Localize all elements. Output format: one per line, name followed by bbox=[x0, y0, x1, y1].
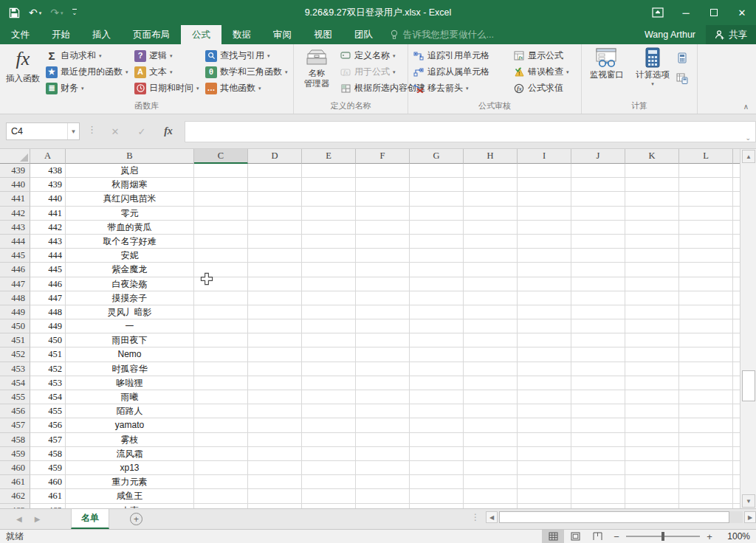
cell-column-b[interactable]: xp13 bbox=[66, 461, 194, 475]
ribbon-display-options-icon[interactable] bbox=[644, 0, 672, 25]
evaluate-formula-button[interactable]: fx 公式求值 bbox=[513, 80, 563, 96]
save-icon[interactable] bbox=[9, 7, 20, 18]
column-header-H[interactable]: H bbox=[464, 149, 518, 164]
calculate-sheet-button[interactable] bbox=[676, 71, 688, 86]
tab-review[interactable]: 审阅 bbox=[262, 25, 303, 44]
cell-column-b[interactable]: 灵风丿暗影 bbox=[66, 305, 194, 319]
tell-me-box[interactable]: 告诉我您想要做什么... bbox=[390, 25, 494, 44]
vertical-scroll-thumb[interactable] bbox=[742, 370, 755, 401]
column-header-D[interactable]: D bbox=[248, 149, 302, 164]
row-header[interactable]: 440 bbox=[0, 178, 30, 192]
row-header[interactable]: 454 bbox=[0, 376, 30, 390]
empty-cells[interactable] bbox=[194, 347, 740, 362]
date-time-button[interactable]: 日期和时间▾ bbox=[134, 80, 199, 96]
empty-cells[interactable] bbox=[194, 447, 740, 461]
math-trig-button[interactable]: θ 数学和三角函数▾ bbox=[205, 64, 288, 80]
row-header[interactable]: 441 bbox=[0, 192, 30, 206]
row-header[interactable]: 447 bbox=[0, 277, 30, 291]
trace-precedents-button[interactable]: 追踪引用单元格 bbox=[413, 48, 489, 63]
autosum-button[interactable]: Σ 自动求和▾ bbox=[46, 48, 102, 63]
cell-column-a[interactable]: 461 bbox=[30, 489, 66, 503]
empty-cells[interactable] bbox=[194, 178, 740, 192]
sheet-nav-next-icon[interactable]: ▶ bbox=[35, 515, 41, 523]
financial-button[interactable]: ≣ 财务▾ bbox=[46, 80, 84, 96]
insert-function-fx-icon[interactable]: fx bbox=[159, 123, 177, 139]
tab-insert[interactable]: 插入 bbox=[81, 25, 122, 44]
cell-column-a[interactable]: 443 bbox=[30, 235, 66, 249]
cell-column-b[interactable]: 带血的黄瓜 bbox=[66, 221, 194, 235]
empty-cells[interactable] bbox=[194, 489, 740, 503]
row-header[interactable]: 439 bbox=[0, 164, 30, 178]
cancel-entry-icon[interactable]: ✕ bbox=[106, 123, 124, 139]
tab-home[interactable]: 开始 bbox=[41, 25, 81, 44]
remove-arrows-button[interactable]: 移去箭头▾ bbox=[413, 80, 469, 96]
cell-column-b[interactable]: 雾枝 bbox=[66, 433, 194, 447]
row-header[interactable]: 462 bbox=[0, 489, 30, 503]
cell-column-a[interactable]: 438 bbox=[30, 164, 66, 178]
empty-cells[interactable] bbox=[194, 291, 740, 305]
normal-view-button[interactable] bbox=[542, 530, 564, 543]
empty-cells[interactable] bbox=[194, 319, 740, 333]
row-header[interactable]: 452 bbox=[0, 347, 30, 362]
horizontal-scrollbar[interactable]: ⋮ ◀ ▶ bbox=[471, 511, 756, 523]
empty-cells[interactable] bbox=[194, 404, 740, 418]
scrollbar-resize-handle[interactable]: ⋮ bbox=[471, 512, 480, 522]
tab-formulas[interactable]: 公式 bbox=[181, 25, 221, 44]
insert-function-button[interactable]: fx 插入函数 bbox=[3, 47, 43, 83]
column-header-K[interactable]: K bbox=[625, 149, 679, 164]
cell-column-b[interactable]: 零元 bbox=[66, 207, 194, 221]
watch-window-button[interactable]: 监视窗口 bbox=[585, 47, 628, 80]
more-functions-button[interactable]: … 其他函数▾ bbox=[205, 80, 261, 96]
cell-column-a[interactable]: 450 bbox=[30, 333, 66, 347]
row-header[interactable]: 461 bbox=[0, 475, 30, 489]
redo-button[interactable]: ↷▾ bbox=[50, 7, 63, 18]
scroll-left-icon[interactable]: ◀ bbox=[486, 511, 498, 523]
row-header[interactable]: 460 bbox=[0, 461, 30, 475]
horizontal-scroll-track[interactable] bbox=[499, 511, 743, 523]
cell-column-a[interactable]: 447 bbox=[30, 291, 66, 305]
row-header[interactable]: 457 bbox=[0, 418, 30, 432]
column-header-A[interactable]: A bbox=[30, 149, 66, 164]
name-box[interactable]: C4 ▼ bbox=[6, 122, 80, 140]
select-all-corner[interactable] bbox=[0, 149, 30, 164]
formula-input[interactable]: ⌄ bbox=[185, 121, 756, 142]
empty-cells[interactable] bbox=[194, 362, 740, 376]
empty-cells[interactable] bbox=[194, 249, 740, 263]
undo-dropdown-icon[interactable]: ▾ bbox=[39, 10, 42, 15]
redo-dropdown-icon[interactable]: ▾ bbox=[61, 10, 63, 15]
cell-column-b[interactable]: 岚启 bbox=[66, 164, 194, 178]
logical-button[interactable]: ? 逻辑▾ bbox=[134, 48, 173, 63]
error-checking-button[interactable]: ! 错误检查▾ bbox=[513, 64, 569, 80]
row-header[interactable]: 450 bbox=[0, 319, 30, 333]
cell-column-b[interactable]: 一 bbox=[66, 319, 194, 333]
cell-column-b[interactable]: 紫金魔龙 bbox=[66, 263, 194, 277]
cell-column-a[interactable]: 448 bbox=[30, 305, 66, 319]
lookup-reference-button[interactable]: 查找与引用▾ bbox=[205, 48, 270, 63]
cell-column-a[interactable]: 460 bbox=[30, 475, 66, 489]
cell-column-a[interactable]: 451 bbox=[30, 347, 66, 362]
cell-column-a[interactable]: 453 bbox=[30, 376, 66, 390]
column-header-G[interactable]: G bbox=[410, 149, 464, 164]
empty-cells[interactable] bbox=[194, 305, 740, 319]
tab-page-layout[interactable]: 页面布局 bbox=[122, 25, 181, 44]
cell-column-a[interactable]: 449 bbox=[30, 319, 66, 333]
tab-view[interactable]: 视图 bbox=[303, 25, 343, 44]
column-header-B[interactable]: B bbox=[66, 149, 194, 164]
row-header[interactable]: 456 bbox=[0, 404, 30, 418]
cell-column-a[interactable]: 459 bbox=[30, 461, 66, 475]
row-header[interactable]: 444 bbox=[0, 235, 30, 249]
empty-cells[interactable] bbox=[194, 164, 740, 178]
row-header[interactable]: 453 bbox=[0, 362, 30, 376]
show-formulas-button[interactable]: fx 显示公式 bbox=[513, 48, 563, 63]
empty-cells[interactable] bbox=[194, 390, 740, 404]
use-in-formula-button[interactable]: fx 用于公式▾ bbox=[340, 64, 396, 80]
row-header[interactable]: 449 bbox=[0, 305, 30, 319]
cell-column-a[interactable]: 439 bbox=[30, 178, 66, 192]
formula-bar-handle[interactable]: ⋮ bbox=[87, 124, 97, 135]
scroll-right-icon[interactable]: ▶ bbox=[744, 511, 756, 523]
cell-column-a[interactable]: 444 bbox=[30, 249, 66, 263]
cell-column-a[interactable]: 456 bbox=[30, 418, 66, 432]
user-name[interactable]: Wang Arthur bbox=[634, 25, 706, 44]
cell-column-b[interactable]: 真红闪电苗米 bbox=[66, 192, 194, 206]
cell-column-a[interactable]: 457 bbox=[30, 433, 66, 447]
